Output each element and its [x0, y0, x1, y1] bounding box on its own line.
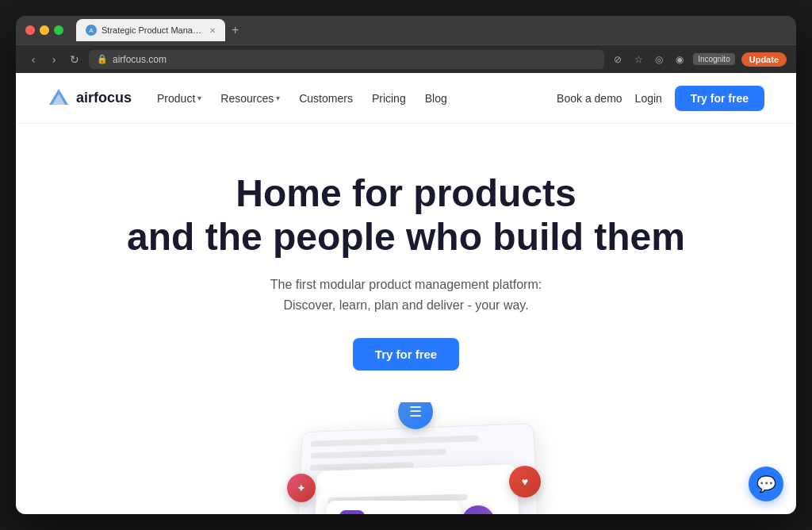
maximize-button[interactable]: [54, 25, 63, 35]
address-bar[interactable]: 🔒 airfocus.com: [89, 50, 604, 69]
new-tab-button[interactable]: +: [228, 23, 242, 37]
nav-link-product[interactable]: Product ▾: [157, 92, 201, 105]
refresh-button[interactable]: ↻: [67, 52, 82, 67]
nav-link-blog[interactable]: Blog: [425, 92, 447, 105]
push-notification: ⊞ Push notifications March 05 - May 10: [327, 501, 461, 514]
logo-text: airfocus: [76, 90, 132, 106]
nav-buttons: ‹ › ↻: [25, 52, 82, 67]
floating-icon-top: ☰: [398, 402, 433, 429]
tab-title: Strategic Product Managem…: [102, 25, 205, 35]
webpage-content: airfocus Product ▾ Resources ▾ Customers…: [16, 73, 796, 514]
close-button[interactable]: [25, 25, 35, 35]
tab-favicon: A: [86, 25, 97, 36]
nav-link-resources[interactable]: Resources ▾: [220, 92, 280, 105]
cast-icon[interactable]: ⊘: [611, 52, 625, 67]
logo-icon: [48, 87, 70, 109]
hero-section: Home for products and the people who bui…: [16, 124, 796, 514]
illustration-container: ⊞ Push notifications March 05 - May 10 ☰…: [247, 402, 565, 514]
floating-icon-right: ♥: [509, 466, 541, 497]
address-text: airfocus.com: [113, 54, 167, 65]
hero-cta-button[interactable]: Try for free: [353, 338, 459, 371]
browser-titlebar: A Strategic Product Managem… ✕ +: [16, 16, 796, 44]
toolbar-actions: ⊘ ☆ ◎ ◉ Incognito Update: [611, 52, 787, 67]
chat-widget-button[interactable]: 💬: [749, 467, 783, 501]
site-logo[interactable]: airfocus: [48, 87, 132, 109]
push-title: Push notifications: [373, 513, 448, 514]
update-button[interactable]: Update: [741, 52, 787, 67]
nav-link-customers[interactable]: Customers: [299, 92, 353, 105]
lock-icon: 🔒: [97, 54, 108, 64]
browser-toolbar: ‹ › ↻ 🔒 airfocus.com ⊘ ☆ ◎ ◉ Incognito U…: [16, 44, 796, 73]
floating-icon-left: ✦: [287, 474, 316, 502]
try-free-button[interactable]: Try for free: [675, 86, 764, 111]
bookmark-icon[interactable]: ☆: [631, 52, 645, 67]
login-link[interactable]: Login: [635, 92, 662, 105]
site-navigation: airfocus Product ▾ Resources ▾ Customers…: [16, 73, 796, 124]
nav-link-pricing[interactable]: Pricing: [372, 92, 406, 105]
hero-illustration: ⊞ Push notifications March 05 - May 10 ☰…: [48, 402, 764, 514]
browser-window: A Strategic Product Managem… ✕ + ‹ › ↻ 🔒…: [16, 16, 796, 514]
book-demo-link[interactable]: Book a demo: [557, 92, 622, 105]
chevron-down-icon: ▾: [197, 94, 201, 102]
nav-actions: Book a demo Login Try for free: [557, 86, 764, 111]
tab-bar: A Strategic Product Managem… ✕ +: [76, 19, 787, 41]
card-row: [311, 435, 479, 447]
push-content: Push notifications March 05 - May 10: [373, 513, 448, 514]
forward-button[interactable]: ›: [46, 52, 62, 67]
chat-icon: 💬: [756, 474, 776, 494]
nav-links: Product ▾ Resources ▾ Customers Pricing …: [157, 92, 557, 105]
chevron-down-icon: ▾: [276, 94, 280, 102]
extension-icon[interactable]: ◎: [652, 52, 666, 67]
push-icon: ⊞: [339, 510, 365, 514]
hero-subtitle: The first modular product management pla…: [48, 275, 764, 315]
back-button[interactable]: ‹: [25, 52, 41, 67]
card-row: [310, 448, 446, 459]
traffic-lights: [25, 25, 63, 35]
hero-title: Home for products and the people who bui…: [48, 171, 764, 259]
minimize-button[interactable]: [40, 25, 49, 35]
tab-close-icon[interactable]: ✕: [209, 26, 216, 35]
incognito-badge: Incognito: [693, 53, 735, 65]
active-tab[interactable]: A Strategic Product Managem… ✕: [76, 19, 225, 41]
profile-icon[interactable]: ◉: [672, 52, 687, 67]
